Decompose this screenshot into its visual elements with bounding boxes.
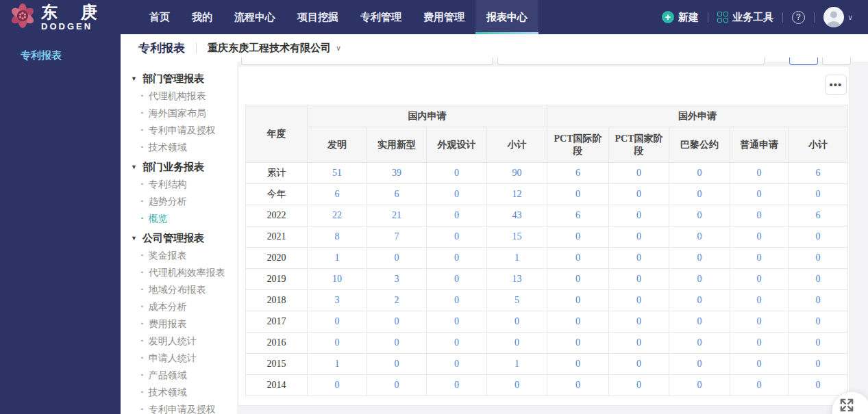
count-link[interactable]: 0 [697,380,702,390]
count-link[interactable]: 0 [697,189,702,199]
count-link[interactable]: 0 [697,168,702,178]
count-link[interactable]: 0 [697,231,702,242]
count-link[interactable]: 0 [514,316,519,326]
menu-item-费用报表[interactable]: ·费用报表 [131,315,237,333]
count-link[interactable]: 0 [816,337,821,348]
count-link[interactable]: 1 [335,253,340,263]
count-link[interactable]: 0 [757,189,762,199]
count-link[interactable]: 10 [332,274,342,284]
count-link[interactable]: 0 [395,359,399,369]
menu-item-专利结构[interactable]: ·专利结构 [131,176,237,193]
nav-item-流程中心[interactable]: 流程中心 [223,0,286,34]
count-link[interactable]: 43 [512,210,522,220]
count-link[interactable]: 0 [636,295,641,305]
count-link[interactable]: 1 [514,359,519,369]
count-link[interactable]: 0 [697,359,702,369]
count-link[interactable]: 0 [454,295,459,305]
more-options-button[interactable]: ••• [825,75,847,95]
count-link[interactable]: 0 [454,168,459,178]
count-link[interactable]: 0 [335,337,340,348]
menu-item-概览[interactable]: ·概览 [131,210,237,227]
count-link[interactable]: 6 [395,189,399,199]
count-link[interactable]: 0 [454,189,459,199]
count-link[interactable]: 0 [697,253,702,263]
count-link[interactable]: 0 [454,231,459,242]
count-link[interactable]: 15 [512,231,522,242]
menu-item-代理机构报表[interactable]: ·代理机构报表 [131,88,237,105]
count-link[interactable]: 8 [335,231,340,242]
count-link[interactable]: 0 [335,380,340,390]
count-link[interactable]: 0 [395,337,399,348]
count-link[interactable]: 39 [392,168,401,178]
search-button-clipped[interactable] [789,57,818,65]
menu-item-发明人统计[interactable]: ·发明人统计 [131,333,237,350]
count-link[interactable]: 0 [454,380,459,390]
count-link[interactable]: 22 [332,210,342,220]
nav-item-专利管理[interactable]: 专利管理 [349,0,412,34]
count-link[interactable]: 0 [575,359,580,369]
reset-button-clipped[interactable] [822,57,851,65]
count-link[interactable]: 0 [454,316,459,326]
count-link[interactable]: 0 [454,210,459,220]
sidebar-item-patent-reports[interactable]: 专利报表 [21,49,121,62]
count-link[interactable]: 0 [636,274,641,284]
menu-item-地域分布报表[interactable]: ·地域分布报表 [131,281,237,298]
nav-item-费用管理[interactable]: 费用管理 [412,0,475,34]
count-link[interactable]: 0 [636,359,641,369]
menu-item-专利申请及授权[interactable]: ·专利申请及授权 [131,122,237,139]
nav-item-报表中心[interactable]: 报表中心 [475,0,538,34]
count-link[interactable]: 6 [816,210,821,220]
count-link[interactable]: 0 [335,316,340,326]
count-link[interactable]: 0 [514,380,519,390]
count-link[interactable]: 6 [335,189,340,199]
count-link[interactable]: 0 [697,210,702,220]
new-button[interactable]: + 新建 [662,11,699,24]
count-link[interactable]: 0 [636,380,641,390]
count-link[interactable]: 0 [816,231,821,242]
menu-item-奖金报表[interactable]: ·奖金报表 [131,247,237,264]
count-link[interactable]: 0 [757,168,762,178]
count-link[interactable]: 1 [514,253,519,263]
count-link[interactable]: 0 [454,274,459,284]
count-link[interactable]: 0 [816,359,821,369]
count-link[interactable]: 0 [816,295,821,305]
menu-item-技术领域[interactable]: ·技术领域 [131,384,237,401]
count-link[interactable]: 0 [757,316,762,326]
count-link[interactable]: 0 [757,295,762,305]
count-link[interactable]: 0 [816,380,821,390]
menu-group-部门管理报表[interactable]: ▼部门管理报表 [131,70,237,88]
count-link[interactable]: 90 [512,168,522,178]
count-link[interactable]: 0 [757,253,762,263]
menu-group-公司管理报表[interactable]: ▼公司管理报表 [131,229,237,247]
count-link[interactable]: 0 [816,253,821,263]
count-link[interactable]: 3 [395,274,399,284]
count-link[interactable]: 0 [636,316,641,326]
nav-item-首页[interactable]: 首页 [138,0,181,34]
user-menu[interactable]: ∨ [823,7,853,27]
count-link[interactable]: 12 [512,189,522,199]
count-link[interactable]: 0 [575,295,580,305]
count-link[interactable]: 6 [575,210,580,220]
count-link[interactable]: 0 [636,231,641,242]
count-link[interactable]: 0 [757,210,762,220]
count-link[interactable]: 0 [636,253,641,263]
count-link[interactable]: 0 [575,231,580,242]
count-link[interactable]: 0 [575,274,580,284]
count-link[interactable]: 0 [575,337,580,348]
nav-item-项目挖掘[interactable]: 项目挖掘 [286,0,349,34]
filter-input-clipped[interactable] [497,57,765,65]
menu-group-部门业务报表[interactable]: ▼部门业务报表 [131,158,237,176]
count-link[interactable]: 0 [757,359,762,369]
count-link[interactable]: 0 [697,274,702,284]
count-link[interactable]: 0 [514,337,519,348]
menu-item-趋势分析[interactable]: ·趋势分析 [131,193,237,210]
company-selector[interactable]: 重庆东庚工程技术有限公司 ∨ [208,42,341,55]
business-tools-button[interactable]: 业务工具 [717,11,773,24]
count-link[interactable]: 13 [512,274,522,284]
help-icon[interactable]: ? [792,11,805,24]
count-link[interactable]: 0 [454,337,459,348]
count-link[interactable]: 0 [697,316,702,326]
count-link[interactable]: 0 [575,316,580,326]
count-link[interactable]: 3 [335,295,340,305]
menu-item-成本分析[interactable]: ·成本分析 [131,298,237,315]
